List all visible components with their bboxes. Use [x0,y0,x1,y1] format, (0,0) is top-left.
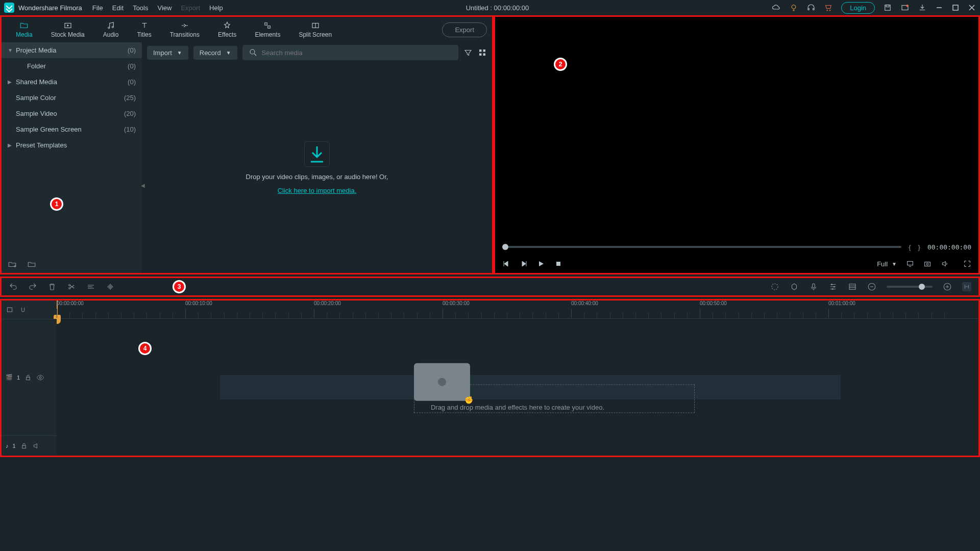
render-icon[interactable] [770,282,779,291]
track-manager-icon[interactable] [848,282,857,291]
download-icon[interactable] [918,3,927,12]
preview-panel: 2 { } 00:00:00:00 Full ▼ [494,15,980,274]
tree-folder[interactable]: Folder (0) [2,58,142,74]
video-icon [63,21,72,30]
lock-icon[interactable] [24,373,32,382]
menu-tools[interactable]: Tools [133,4,148,12]
collapse-sidebar-icon[interactable]: ◀ [141,183,146,193]
play-icon[interactable] [537,260,545,268]
fullscreen-icon[interactable] [963,260,971,268]
import-media-link[interactable]: Click here to import media. [278,187,357,194]
close-button[interactable] [968,4,976,12]
login-button[interactable]: Login [841,2,875,14]
lightbulb-icon[interactable] [789,3,798,12]
transition-icon [180,21,189,30]
tree-preset-templates[interactable]: ▶ Preset Templates [2,137,142,153]
export-button[interactable]: Export [442,22,487,37]
undo-icon[interactable] [9,282,18,291]
crop-icon[interactable] [86,282,95,291]
stop-icon[interactable] [554,260,562,268]
mark-out-icon[interactable]: } [918,243,920,251]
zoom-out-icon[interactable] [867,282,876,291]
snap-icon[interactable] [19,306,27,314]
mixer-icon[interactable] [828,282,838,291]
display-icon[interactable] [906,260,914,268]
svg-point-23 [831,284,832,285]
scrubber-handle[interactable] [502,244,508,250]
minimize-button[interactable] [935,4,943,12]
voiceover-icon[interactable] [809,282,818,291]
tab-audio[interactable]: Audio [94,19,128,40]
snapshot-icon[interactable] [923,260,932,268]
tree-sample-color[interactable]: Sample Color (25) [2,90,142,106]
split-clip-icon[interactable] [67,282,76,291]
svg-rect-12 [483,49,486,52]
mute-icon[interactable] [32,442,40,450]
folder-icon[interactable] [27,260,36,269]
import-dropdown[interactable]: Import ▼ [147,46,188,60]
tree-sample-green[interactable]: Sample Green Screen (10) [2,121,142,137]
media-drop-area[interactable]: Drop your video clips, images, or audio … [142,63,492,273]
headphones-icon[interactable] [806,3,816,12]
preview-viewport[interactable] [495,17,978,239]
redo-icon[interactable] [28,282,37,291]
volume-icon[interactable] [941,260,949,268]
annotation-badge-4: 4 [138,342,152,355]
record-dropdown[interactable]: Record ▼ [193,46,237,60]
timeline-tracks[interactable]: ✊ Drag and drop media and effects here t… [57,319,978,456]
new-folder-icon[interactable] [8,260,17,269]
prev-frame-icon[interactable] [502,260,510,268]
svg-rect-11 [479,49,482,52]
audio-edit-icon[interactable] [106,282,115,291]
zoom-handle[interactable] [919,284,925,290]
preview-scrubber[interactable] [502,246,901,248]
tree-project-media[interactable]: ▼ Project Media (0) [2,42,142,58]
tree-shared-media[interactable]: ▶ Shared Media (0) [2,74,142,90]
tree-sample-video[interactable]: Sample Video (20) [2,106,142,121]
split-icon [311,21,320,30]
zoom-slider[interactable] [887,286,933,288]
chevron-right-icon: ▶ [8,142,14,148]
visibility-icon[interactable] [36,373,44,382]
tab-stock-media[interactable]: Stock Media [42,19,94,40]
video-track-head[interactable]: 🎬 1 [2,319,57,435]
search-media-input[interactable] [242,45,458,60]
cart-icon[interactable] [824,3,833,12]
audio-track-head[interactable]: ♪ 1 [2,435,57,456]
filter-icon[interactable] [463,48,473,57]
track-options-icon[interactable] [6,306,14,314]
menu-file[interactable]: File [92,4,103,12]
next-frame-icon[interactable] [520,260,528,268]
preview-quality-dropdown[interactable]: Full ▼ [877,260,897,268]
tab-split-screen[interactable]: Split Screen [289,19,341,40]
tab-elements[interactable]: Elements [246,19,289,40]
mark-in-icon[interactable]: { [909,243,911,251]
svg-point-31 [39,377,41,379]
tab-transitions[interactable]: Transitions [161,19,209,40]
chevron-down-icon: ▼ [177,50,182,56]
tab-media[interactable]: Media [7,19,42,40]
save-icon[interactable] [883,3,892,12]
title-bar: Wondershare Filmora File Edit Tools View… [0,0,980,15]
tab-effects[interactable]: Effects [209,19,246,40]
menu-bar: File Edit Tools View Export Help [92,4,223,12]
marker-icon[interactable] [790,282,799,291]
delete-icon[interactable] [47,282,57,291]
menu-edit[interactable]: Edit [112,4,124,12]
lock-icon[interactable] [20,442,28,450]
grid-view-icon[interactable] [478,48,487,57]
timeline-drop-thumbnail[interactable]: ✊ [414,363,470,401]
folder-icon [19,21,29,30]
menu-help[interactable]: Help [209,4,223,12]
message-icon[interactable] [900,3,910,12]
menu-view[interactable]: View [157,4,172,12]
zoom-in-icon[interactable] [943,282,952,291]
zoom-fit-icon[interactable] [962,282,971,291]
svg-rect-8 [268,26,271,29]
tab-titles[interactable]: Titles [128,19,160,40]
maximize-button[interactable] [951,4,960,12]
svg-rect-16 [908,261,913,265]
timeline-hint: Drag and drop media and effects here to … [431,404,604,411]
cloud-icon[interactable] [772,3,781,12]
timeline-ruler[interactable]: 00:00:00:0000:00:10:0000:00:20:0000:00:3… [57,300,978,319]
